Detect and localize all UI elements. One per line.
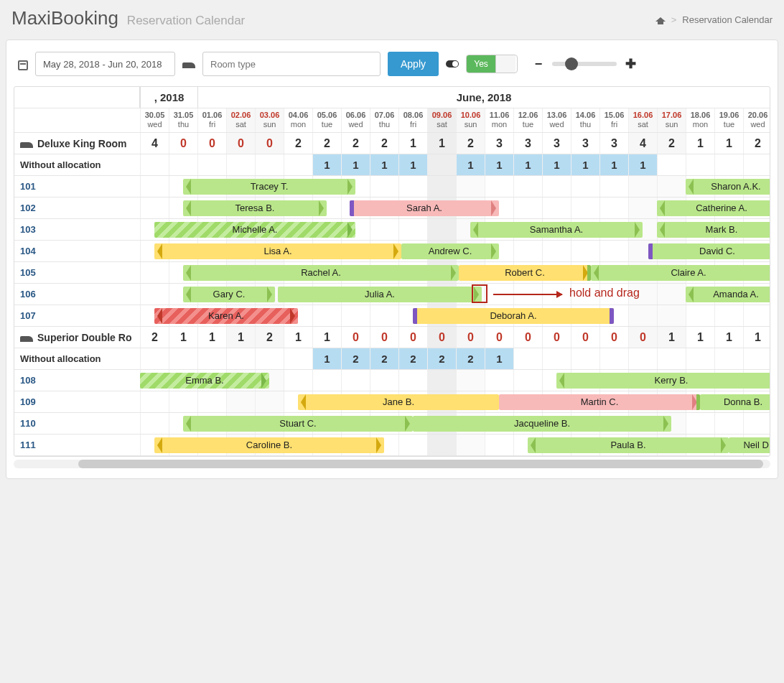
calendar-cell[interactable] (255, 391, 284, 412)
calendar-cell[interactable] (743, 305, 770, 326)
date-header[interactable]: 10.06sun (456, 108, 485, 132)
resize-left-handle[interactable] (531, 437, 536, 453)
calendar-cell[interactable] (485, 435, 513, 455)
resize-right-handle[interactable] (692, 394, 697, 410)
calendar-cell[interactable] (140, 284, 169, 305)
reservation-bar[interactable]: Caroline B. (154, 437, 384, 453)
room-number[interactable]: 103 (14, 219, 140, 240)
reservation-bar[interactable]: Catherine A. (657, 200, 770, 216)
date-header[interactable]: 12.06tue (513, 108, 542, 132)
resize-right-handle[interactable] (393, 243, 398, 259)
date-header[interactable]: 18.06mon (686, 108, 714, 132)
horizontal-scrollbar[interactable] (14, 460, 770, 468)
calendar-cell[interactable] (226, 391, 255, 412)
calendar-cell[interactable] (427, 219, 456, 240)
date-header[interactable]: 05.06tue (312, 108, 341, 132)
yes-toggle[interactable]: Yes (466, 55, 518, 73)
calendar-cell[interactable] (398, 435, 427, 455)
calendar-cell[interactable] (370, 305, 398, 326)
toggle-knob[interactable] (495, 55, 515, 73)
calendar-cell[interactable] (140, 413, 169, 434)
calendar-cell[interactable] (599, 176, 628, 197)
room-number[interactable]: 110 (14, 413, 140, 434)
calendar-cell[interactable] (140, 176, 169, 197)
calendar-cell[interactable] (628, 305, 657, 326)
calendar-cell[interactable] (571, 241, 599, 261)
date-header[interactable]: 03.06sun (255, 108, 284, 132)
date-header[interactable]: 11.06mon (485, 108, 513, 132)
room-number[interactable]: 104 (14, 241, 140, 261)
calendar-cell[interactable] (456, 370, 485, 391)
resize-left-handle[interactable] (473, 222, 478, 238)
resize-left-handle[interactable] (157, 437, 162, 453)
room-type-header[interactable]: Deluxe King Room (14, 133, 140, 154)
calendar-cell[interactable] (398, 219, 427, 240)
date-header[interactable]: 09.06sat (427, 108, 456, 132)
calendar-cell[interactable] (628, 198, 657, 218)
calendar-cell[interactable] (513, 370, 542, 391)
resize-left-handle[interactable] (689, 179, 694, 195)
reservation-bar[interactable]: Rachel A. (183, 265, 459, 281)
reservation-bar[interactable]: Sharon A.K. (686, 179, 770, 195)
room-type-input[interactable] (202, 52, 381, 76)
resize-left-handle[interactable] (301, 394, 306, 410)
resize-right-handle[interactable] (721, 437, 726, 453)
calendar-cell[interactable] (370, 176, 398, 197)
calendar-cell[interactable] (628, 176, 657, 197)
calendar-cell[interactable] (542, 241, 571, 261)
zoom-slider[interactable] (552, 62, 617, 66)
resize-left-handle[interactable] (186, 416, 191, 432)
calendar-cell[interactable] (140, 198, 169, 218)
reservation-bar[interactable]: David C. (648, 243, 770, 259)
zoom-out-button[interactable]: − (532, 57, 545, 72)
reservation-bar[interactable]: Amanda A. (686, 287, 770, 302)
reservation-bar[interactable]: Paula B. (528, 437, 729, 453)
reservation-bar[interactable]: Deborah A. (413, 308, 614, 324)
date-header[interactable]: 07.06thu (370, 108, 398, 132)
reservation-bar[interactable]: Emma B. (140, 373, 269, 389)
resize-left-handle[interactable] (186, 179, 191, 195)
calendar-cell[interactable] (485, 176, 513, 197)
calendar-cell[interactable] (542, 176, 571, 197)
calendar-cell[interactable] (456, 176, 485, 197)
calendar-cell[interactable] (571, 176, 599, 197)
reservation-bar[interactable]: Claire A. (591, 265, 770, 281)
date-header[interactable]: 04.06mon (284, 108, 312, 132)
reservation-bar[interactable]: Andrew C. (401, 243, 499, 259)
date-header[interactable]: 20.06wed (743, 108, 770, 132)
resize-left-handle[interactable] (186, 287, 191, 302)
calendar-cell[interactable] (427, 370, 456, 391)
room-number[interactable]: 105 (14, 262, 140, 283)
calendar-cell[interactable] (427, 435, 456, 455)
reservation-bar[interactable]: Jane B. (298, 394, 499, 410)
calendar-cell[interactable] (599, 241, 628, 261)
resize-left-handle[interactable] (559, 373, 564, 389)
reservation-bar[interactable]: Lisa A. (154, 243, 401, 259)
calendar-cell[interactable] (197, 391, 226, 412)
reservation-bar[interactable]: Tracey T. (183, 179, 355, 195)
reservation-bar[interactable]: Jacqueline B. (413, 416, 671, 432)
zoom-in-button[interactable]: ✚ (624, 56, 637, 72)
calendar-cell[interactable] (312, 305, 341, 326)
reservation-bar[interactable]: Mark B. (657, 222, 770, 238)
date-header[interactable]: 19.06tue (714, 108, 743, 132)
calendar-cell[interactable] (398, 176, 427, 197)
calendar-cell[interactable] (513, 176, 542, 197)
calendar-cell[interactable] (686, 413, 714, 434)
resize-left-handle[interactable] (157, 243, 162, 259)
date-header[interactable]: 02.06sat (226, 108, 255, 132)
calendar-cell[interactable] (571, 198, 599, 218)
date-header[interactable]: 15.06fri (599, 108, 628, 132)
calendar-cell[interactable] (398, 370, 427, 391)
date-header[interactable]: 06.06wed (341, 108, 370, 132)
calendar-cell[interactable] (657, 305, 686, 326)
resize-right-handle[interactable] (491, 200, 496, 216)
resize-left-handle[interactable] (660, 222, 665, 238)
resize-right-handle[interactable] (663, 416, 668, 432)
calendar-cell[interactable] (370, 219, 398, 240)
calendar-cell[interactable] (341, 370, 370, 391)
calendar-cell[interactable] (169, 391, 197, 412)
resize-right-handle[interactable] (405, 416, 410, 432)
calendar-cell[interactable] (341, 305, 370, 326)
reservation-bar[interactable]: Samantha A. (470, 222, 643, 238)
